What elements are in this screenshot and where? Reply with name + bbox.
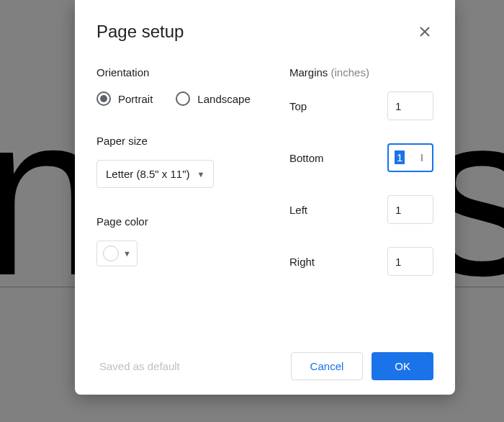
orientation-radio-group: Portrait Landscape [96, 91, 261, 106]
margin-left-label: Left [289, 204, 307, 216]
left-column: Orientation Portrait Landscape Paper siz… [96, 66, 261, 338]
margin-left-row: Left [289, 195, 433, 224]
margins-unit: (inches) [331, 66, 369, 78]
text-cursor-icon: I [420, 152, 423, 163]
orientation-label: Orientation [96, 66, 261, 78]
portrait-label: Portrait [118, 93, 153, 105]
chevron-down-icon: ▼ [197, 170, 205, 179]
margin-right-row: Right [289, 247, 433, 276]
selected-text: 1 [395, 151, 405, 164]
dialog-footer: Saved as default Cancel OK [96, 338, 433, 380]
radio-icon [176, 91, 190, 106]
margin-bottom-input-wrap[interactable]: 1 I [387, 143, 433, 172]
margin-bottom-label: Bottom [289, 152, 324, 164]
right-column: Margins (inches) Top Bottom 1 I Left [289, 66, 433, 338]
chevron-down-icon: ▼ [123, 249, 131, 258]
paper-size-label: Paper size [96, 135, 261, 147]
landscape-label: Landscape [197, 93, 250, 105]
saved-as-default[interactable]: Saved as default [96, 353, 183, 380]
orientation-landscape[interactable]: Landscape [176, 91, 250, 106]
margins-label: Margins (inches) [289, 66, 433, 78]
ok-button[interactable]: OK [372, 352, 433, 380]
color-swatch [103, 246, 119, 261]
page-color-picker[interactable]: ▼ [96, 241, 138, 266]
margin-top-label: Top [289, 100, 307, 112]
margin-right-label: Right [289, 256, 315, 268]
margin-top-input[interactable] [387, 91, 433, 120]
margin-bottom-row: Bottom 1 I [289, 143, 433, 172]
paper-size-dropdown[interactable]: Letter (8.5" x 11") ▼ [96, 160, 214, 188]
close-icon[interactable] [416, 23, 433, 40]
footer-buttons: Cancel OK [291, 352, 433, 380]
page-color-label: Page color [96, 215, 261, 228]
paper-size-value: Letter (8.5" x 11") [106, 168, 190, 180]
dialog-title: Page setup [96, 22, 184, 42]
cancel-button[interactable]: Cancel [291, 352, 364, 380]
page-setup-dialog: Page setup Orientation Portrait Landscap… [75, 0, 455, 395]
margin-left-input[interactable] [387, 195, 433, 224]
orientation-portrait[interactable]: Portrait [96, 91, 153, 106]
margin-top-row: Top [289, 91, 433, 120]
radio-icon [96, 91, 111, 106]
margin-right-input[interactable] [387, 247, 433, 276]
dialog-header: Page setup [96, 22, 433, 42]
dialog-body: Orientation Portrait Landscape Paper siz… [96, 66, 433, 338]
